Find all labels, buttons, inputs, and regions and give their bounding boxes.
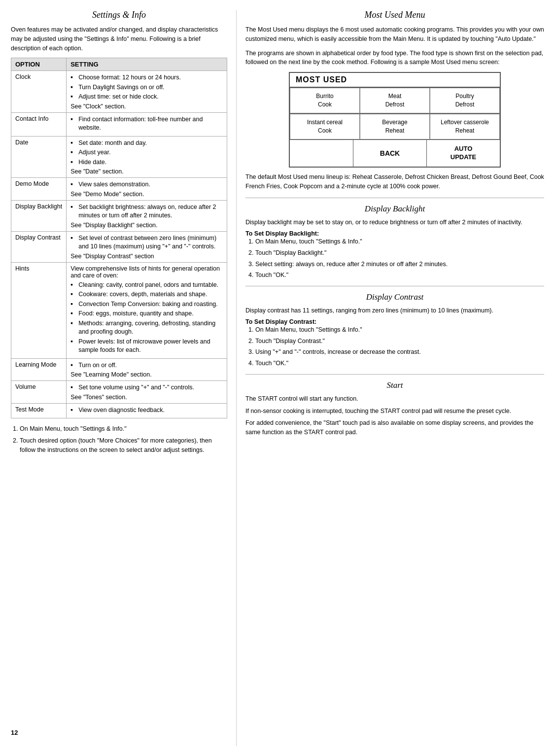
list-item: Turn Daylight Savings on or off. bbox=[70, 83, 223, 92]
setting-cell: View sales demonstration.See "Demo Mode"… bbox=[67, 178, 227, 201]
cell-leftover-casserole[interactable]: Leftover casseroleReheat bbox=[430, 114, 500, 139]
list-item: Power levels: list of microwave power le… bbox=[70, 338, 223, 355]
see-note: See "Display Backlight" section. bbox=[70, 222, 223, 229]
list-item: Touch "OK." bbox=[255, 271, 544, 280]
table-row: VolumeSet tone volume using "+" and "-" … bbox=[11, 381, 227, 404]
list-item: Adjust time: set or hide clock. bbox=[70, 93, 223, 102]
option-cell: Test Mode bbox=[11, 403, 67, 418]
list-item: Cookware: covers, depth, materials and s… bbox=[70, 290, 223, 299]
cell-poultry-defrost[interactable]: PoultryDefrost bbox=[430, 88, 500, 113]
list-item: Food: eggs, moisture, quantity and shape… bbox=[70, 309, 223, 318]
table-row: Display BacklightSet backlight brightnes… bbox=[11, 200, 227, 231]
list-item: Cleaning: cavity, control panel, odors a… bbox=[70, 281, 223, 290]
most-used-grid-row2: Instant cerealCook BeverageReheat Leftov… bbox=[290, 114, 500, 140]
setting-cell: Find contact information: toll-free numb… bbox=[67, 112, 227, 136]
back-button[interactable]: BACK bbox=[353, 140, 427, 167]
setting-cell: Choose format: 12 hours or 24 hours.Turn… bbox=[67, 71, 227, 113]
start-para2: If non-sensor cooking is interrupted, to… bbox=[245, 407, 544, 416]
list-item: Methods: arranging, covering, defrosting… bbox=[70, 319, 223, 337]
option-cell: Volume bbox=[11, 381, 67, 404]
list-item: Find contact information: toll-free numb… bbox=[70, 115, 223, 133]
table-row: Learning ModeTurn on or off.See "Learnin… bbox=[11, 358, 227, 381]
setting-cell: Set tone volume using "+" and "-" contro… bbox=[67, 381, 227, 404]
display-contrast-intro: Display contrast has 11 settings, rangin… bbox=[245, 306, 544, 315]
left-column: Settings & Info Oven features may be act… bbox=[0, 10, 237, 746]
list-item: Touch "Display Contrast." bbox=[255, 337, 544, 346]
option-cell: Date bbox=[11, 136, 67, 178]
list-item: On Main Menu, touch "Settings & Info." bbox=[255, 237, 544, 246]
list-item: View sales demonstration. bbox=[70, 180, 223, 189]
table-row: Test ModeView oven diagnostic feedback. bbox=[11, 403, 227, 418]
most-used-header: MOST USED bbox=[290, 73, 500, 88]
see-note: See "Demo Mode" section. bbox=[70, 191, 223, 198]
display-contrast-title: Display Contrast bbox=[245, 292, 544, 302]
left-title: Settings & Info bbox=[11, 10, 227, 20]
display-backlight-title: Display Backlight bbox=[245, 204, 544, 214]
setting-cell: Set backlight brightness: always on, red… bbox=[67, 200, 227, 231]
see-note: See "Learning Mode" section. bbox=[70, 371, 223, 378]
setting-cell: Turn on or off.See "Learning Mode" secti… bbox=[67, 358, 227, 381]
list-item: On Main Menu, touch "Settings & Info." bbox=[20, 424, 227, 434]
table-row: Demo ModeView sales demonstration.See "D… bbox=[11, 178, 227, 201]
option-cell: Clock bbox=[11, 71, 67, 113]
option-cell: Learning Mode bbox=[11, 358, 67, 381]
see-note: See "Clock" section. bbox=[70, 103, 223, 110]
table-row: Contact InfoFind contact information: to… bbox=[11, 112, 227, 136]
list-item: Set level of contrast between zero lines… bbox=[70, 234, 223, 251]
right-intro2: The programs are shown in alphabetical o… bbox=[245, 49, 544, 68]
start-para1: The START control will start any functio… bbox=[245, 394, 544, 404]
list-item: Set backlight brightness: always on, red… bbox=[70, 203, 223, 220]
auto-update-button[interactable]: AUTOUPDATE bbox=[427, 140, 500, 167]
list-item: Choose format: 12 hours or 24 hours. bbox=[70, 73, 223, 82]
right-column: Most Used Menu The Most Used menu displa… bbox=[237, 10, 555, 746]
cell-instant-cereal[interactable]: Instant cerealCook bbox=[290, 114, 360, 139]
list-item: Select setting: always on, reduce after … bbox=[255, 260, 544, 269]
setting-cell: Set date: month and day.Adjust year.Hide… bbox=[67, 136, 227, 178]
list-item: Adjust year. bbox=[70, 148, 223, 157]
table-row: HintsView comprehensive lists of hints f… bbox=[11, 262, 227, 358]
display-backlight-bold: To Set Display Backlight: bbox=[245, 230, 544, 237]
display-contrast-bold: To Set Display Contrast: bbox=[245, 318, 544, 325]
cell-burrito-cook[interactable]: BurritoCook bbox=[290, 88, 360, 113]
divider-1 bbox=[245, 198, 544, 198]
settings-table: OPTION SETTING ClockChoose format: 12 ho… bbox=[11, 58, 227, 418]
most-used-empty-left bbox=[290, 140, 353, 167]
list-item: Touch "OK." bbox=[255, 359, 544, 368]
start-title: Start bbox=[245, 380, 544, 390]
list-item: Using "+" and "-" controls, increase or … bbox=[255, 347, 544, 357]
col-setting: SETTING bbox=[67, 58, 227, 71]
list-item: Hide date. bbox=[70, 158, 223, 167]
most-used-bottom-row: BACK AUTOUPDATE bbox=[290, 140, 500, 167]
display-backlight-intro: Display backlight may be set to stay on,… bbox=[245, 218, 544, 227]
col-option: OPTION bbox=[11, 58, 67, 71]
left-steps: On Main Menu, touch "Settings & Info."To… bbox=[11, 424, 227, 454]
right-title: Most Used Menu bbox=[245, 10, 544, 20]
right-intro1: The Most Used menu displays the 6 most u… bbox=[245, 25, 544, 44]
setting-cell: View oven diagnostic feedback. bbox=[67, 403, 227, 418]
list-item: Convection Temp Conversion: baking and r… bbox=[70, 300, 223, 309]
left-intro: Oven features may be activated and/or ch… bbox=[11, 25, 227, 53]
list-item: Touch "Display Backlight." bbox=[255, 248, 544, 258]
option-cell: Demo Mode bbox=[11, 178, 67, 201]
list-item: On Main Menu, touch "Settings & Info." bbox=[255, 325, 544, 335]
table-row: DateSet date: month and day.Adjust year.… bbox=[11, 136, 227, 178]
option-cell: Hints bbox=[11, 262, 67, 358]
list-item: Touch desired option (touch "More Choice… bbox=[20, 436, 227, 455]
divider-2 bbox=[245, 286, 544, 286]
page: Settings & Info Oven features may be act… bbox=[0, 0, 555, 756]
option-cell: Display Backlight bbox=[11, 200, 67, 231]
list-item: View oven diagnostic feedback. bbox=[70, 406, 223, 415]
table-row: Display ContrastSet level of contrast be… bbox=[11, 231, 227, 262]
most-used-grid-row1: BurritoCook MeatDefrost PoultryDefrost bbox=[290, 88, 500, 114]
see-note: See "Display Contrast" section bbox=[70, 253, 223, 260]
list-item: Turn on or off. bbox=[70, 361, 223, 370]
list-item: Set date: month and day. bbox=[70, 139, 223, 148]
display-contrast-steps: On Main Menu, touch "Settings & Info."To… bbox=[245, 325, 544, 368]
cell-meat-defrost[interactable]: MeatDefrost bbox=[360, 88, 430, 113]
most-used-box: MOST USED BurritoCook MeatDefrost Poultr… bbox=[289, 72, 501, 168]
display-backlight-steps: On Main Menu, touch "Settings & Info."To… bbox=[245, 237, 544, 280]
table-row: ClockChoose format: 12 hours or 24 hours… bbox=[11, 71, 227, 113]
cell-beverage-reheat[interactable]: BeverageReheat bbox=[360, 114, 430, 139]
page-number: 12 bbox=[11, 729, 18, 736]
see-note: See "Tones" section. bbox=[70, 394, 223, 401]
